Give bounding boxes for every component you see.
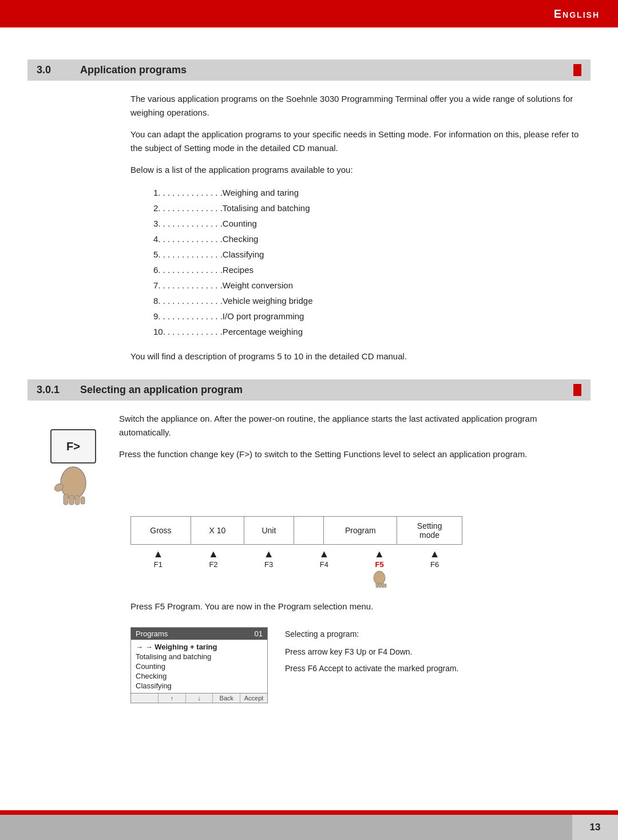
svg-rect-9 xyxy=(382,583,384,588)
programs-box-body: → Weighing + taringTotalising and batchi… xyxy=(131,640,267,693)
fkey-f2-arrow: ▲ xyxy=(208,548,219,560)
programs-section: Programs 01 → Weighing + taringTotalisin… xyxy=(130,627,591,703)
fkey-f1-col: ▲ F1 xyxy=(130,548,186,569)
program-item[interactable]: → Weighing + taring xyxy=(136,642,263,652)
programs-box-title: Programs xyxy=(136,629,168,638)
section-30-title: Application programs xyxy=(80,64,187,76)
fkey-f-greater: F> xyxy=(50,429,96,463)
footer-btn-empty[interactable] xyxy=(131,694,159,703)
svg-rect-7 xyxy=(376,583,378,588)
hand-svg xyxy=(47,466,99,506)
svg-point-0 xyxy=(61,467,86,499)
list-item: 4. . . . . . . . . . . . . .Checking xyxy=(153,231,591,247)
main-content: 3.0 Application programs The various app… xyxy=(0,27,618,703)
fkey-f6-label: F6 xyxy=(430,560,439,569)
section-30-number: 3.0 xyxy=(37,64,71,76)
programs-box-header: Programs 01 xyxy=(131,628,267,640)
fkey-table-container: Gross X 10 Unit Program Settingmode ▲ F1… xyxy=(130,516,591,589)
fkey-f1-arrow: ▲ xyxy=(153,548,163,560)
list-item: 10. . . . . . . . . . . . .Percentage we… xyxy=(153,324,591,339)
list-item: 5. . . . . . . . . . . . . .Classifying xyxy=(153,247,591,262)
section-301-para3: Press F5 Program. You are now in the Pro… xyxy=(130,600,591,613)
programs-box-num: 01 xyxy=(255,629,263,638)
section-301-header: 3.0.1 Selecting an application program xyxy=(27,379,591,401)
fkey-f1-label: F1 xyxy=(154,560,163,569)
svg-rect-2 xyxy=(69,496,74,505)
section-301-para2: Press the function change key (F>) to sw… xyxy=(119,447,591,461)
page-number: 13 xyxy=(572,815,618,840)
list-item: 8. . . . . . . . . . . . . .Vehicle weig… xyxy=(153,293,591,308)
section-301-para1: Switch the appliance on. After the power… xyxy=(119,412,591,439)
section-30-para4: You will find a description of programs … xyxy=(130,350,591,363)
svg-rect-3 xyxy=(75,496,80,505)
selecting-text2: Press F6 Accept to activate the marked p… xyxy=(285,661,458,676)
bottom-bar: 13 xyxy=(0,815,618,840)
section-301-title: Selecting an application program xyxy=(80,384,243,396)
svg-rect-8 xyxy=(379,583,381,588)
fkey-f6-col: ▲ F6 xyxy=(407,548,462,569)
section-30-red-bar xyxy=(573,64,581,76)
program-item[interactable]: Totalising and batching xyxy=(136,652,263,661)
fkey-col-x10: X 10 xyxy=(191,517,244,545)
program-item[interactable]: Checking xyxy=(136,671,263,681)
list-item: 1. . . . . . . . . . . . . .Weighing and… xyxy=(153,185,591,200)
footer-btn-back[interactable]: Back xyxy=(213,694,240,703)
fkey-f5-arrow: ▲ xyxy=(374,548,385,560)
section-301-number: 3.0.1 xyxy=(37,384,71,396)
svg-point-6 xyxy=(374,571,385,585)
f5-press-hand xyxy=(368,569,391,589)
section-30-para3: Below is a list of the application progr… xyxy=(130,163,591,177)
fkey-col-empty xyxy=(294,517,324,545)
fkey-f3-label: F3 xyxy=(264,560,273,569)
list-item: 3. . . . . . . . . . . . . .Counting xyxy=(153,216,591,231)
fkey-f2-label: F2 xyxy=(209,560,217,569)
bottom-red-bar xyxy=(0,810,618,815)
fkey-col-setting: Settingmode xyxy=(397,517,462,545)
footer-btn-up[interactable]: ↑ xyxy=(159,694,186,703)
bottom-bar-gray xyxy=(0,815,572,840)
fkey-table: Gross X 10 Unit Program Settingmode xyxy=(130,516,462,545)
selecting-label: Selecting a program: xyxy=(285,627,458,641)
list-item: 9. . . . . . . . . . . . . .I/O port pro… xyxy=(153,308,591,324)
programs-box: Programs 01 → Weighing + taringTotalisin… xyxy=(130,627,268,703)
top-bar: English xyxy=(0,0,618,27)
fkey-col-program: Program xyxy=(324,517,397,545)
fkey-f6-arrow: ▲ xyxy=(430,548,440,560)
fkey-f2-col: ▲ F2 xyxy=(186,548,241,569)
fkey-f3-col: ▲ F3 xyxy=(241,548,296,569)
section-301-text: Switch the appliance on. After the power… xyxy=(119,412,591,469)
program-item[interactable]: Counting xyxy=(136,661,263,671)
fkey-col-gross: Gross xyxy=(131,517,191,545)
footer-btn-down[interactable]: ↓ xyxy=(186,694,213,703)
section-30-para1: The various application programs on the … xyxy=(130,92,591,120)
footer-btn-accept[interactable]: Accept xyxy=(240,694,267,703)
fkey-col-unit: Unit xyxy=(244,517,294,545)
list-item: 6. . . . . . . . . . . . . .Recipes xyxy=(153,262,591,278)
section-301-red-bar xyxy=(573,384,581,396)
section-30-para2: You can adapt the application programs t… xyxy=(130,128,591,155)
list-item: 2. . . . . . . . . . . . . .Totalising a… xyxy=(153,200,591,216)
fkey-f4-arrow: ▲ xyxy=(319,548,329,560)
programs-side-text: Selecting a program: Press arrow key F3 … xyxy=(285,627,458,676)
list-item: 7. . . . . . . . . . . . . .Weight conve… xyxy=(153,278,591,293)
fkey-f4-label: F4 xyxy=(320,560,328,569)
fkey-arrow-row: ▲ F1 ▲ F2 ▲ F3 ▲ F4 ▲ F5 xyxy=(130,548,462,589)
selecting-text1: Press arrow key F3 Up or F4 Down. xyxy=(285,645,458,659)
language-label: English xyxy=(554,7,600,21)
program-item[interactable]: Classifying xyxy=(136,681,263,691)
fkey-f3-arrow: ▲ xyxy=(264,548,274,560)
svg-rect-4 xyxy=(81,497,85,504)
section-30-header: 3.0 Application programs xyxy=(27,60,591,81)
f-key-hand-area: F> xyxy=(27,412,119,506)
app-list: 1. . . . . . . . . . . . . .Weighing and… xyxy=(153,185,591,339)
fkey-label-row: Gross X 10 Unit Program Settingmode xyxy=(131,517,462,545)
fkey-f4-col: ▲ F4 xyxy=(296,548,352,569)
svg-rect-1 xyxy=(64,494,68,505)
fkey-f5-label: F5 xyxy=(375,560,383,569)
svg-rect-10 xyxy=(385,584,386,588)
fkey-f5-col: ▲ F5 xyxy=(352,548,407,589)
programs-box-footer: ↑ ↓ Back Accept xyxy=(131,693,267,703)
